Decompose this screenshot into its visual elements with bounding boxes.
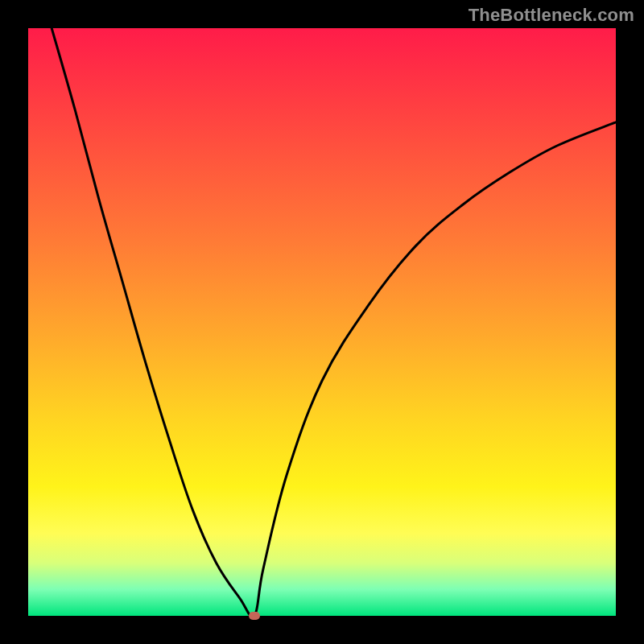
curve-svg — [28, 28, 616, 616]
chart-frame: TheBottleneck.com — [0, 0, 644, 644]
plot-area — [28, 28, 616, 616]
optimum-marker — [249, 612, 260, 620]
bottleneck-curve — [52, 28, 616, 616]
watermark-text: TheBottleneck.com — [469, 5, 634, 26]
